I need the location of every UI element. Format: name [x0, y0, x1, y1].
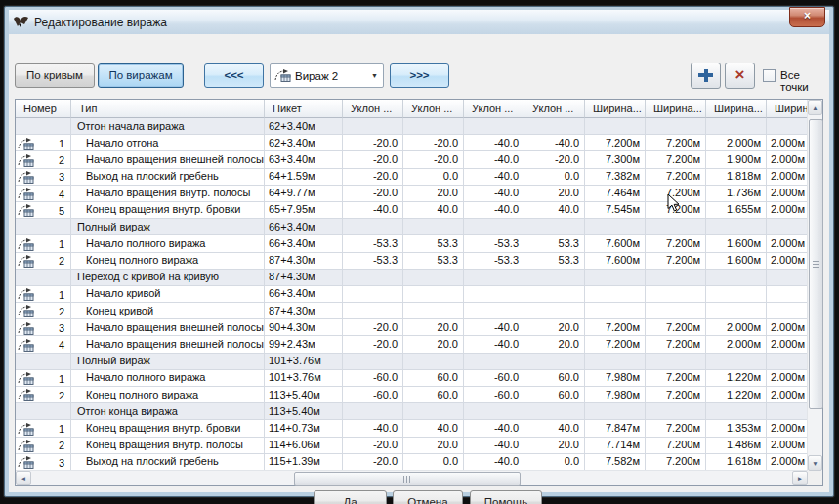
width-cell[interactable]: 1.818м	[706, 169, 767, 186]
slope-cell[interactable]: -40.0	[524, 135, 585, 151]
slope-cell[interactable]	[464, 286, 524, 303]
horizontal-scroll-thumb[interactable]	[294, 472, 521, 486]
slope-cell[interactable]: 40.0	[524, 202, 585, 219]
slope-cell[interactable]	[464, 354, 524, 370]
help-button[interactable]: Помощь	[470, 490, 542, 504]
scroll-up-icon[interactable]: ▲	[808, 100, 822, 115]
column-header[interactable]: Ширина...	[585, 100, 646, 118]
width-cell[interactable]: 1.220м	[706, 387, 767, 403]
table-row[interactable]: 1Начало полного виража101+3.76м-60.060.0…	[16, 370, 808, 387]
width-cell[interactable]	[767, 354, 808, 370]
width-cell[interactable]: 7.980м	[585, 370, 646, 387]
slope-cell[interactable]	[524, 303, 585, 319]
width-cell[interactable]: 2.000м	[767, 235, 808, 252]
slope-cell[interactable]	[343, 303, 403, 319]
width-cell[interactable]: 2.000м	[767, 370, 808, 387]
slope-cell[interactable]	[343, 270, 403, 286]
width-cell[interactable]	[706, 403, 767, 420]
by-superelevations-button[interactable]: По виражам	[98, 63, 184, 88]
width-cell[interactable]: 1.618м	[706, 454, 767, 471]
width-cell[interactable]: 7.200м	[646, 135, 706, 151]
slope-cell[interactable]	[343, 354, 403, 370]
width-cell[interactable]	[706, 354, 767, 370]
table-row[interactable]: 1Конец вращения внутр. бровки114+0.73м-4…	[16, 420, 808, 437]
width-cell[interactable]: 2.000м	[767, 387, 808, 403]
scroll-down-icon[interactable]: ▼	[808, 455, 822, 471]
picket-cell[interactable]: 87+4.30м	[265, 253, 343, 270]
vertical-scrollbar[interactable]: ▲ ▼	[807, 100, 822, 471]
picket-cell[interactable]: 87+4.30м	[265, 270, 343, 286]
picket-cell[interactable]: 65+7.95м	[265, 202, 343, 219]
width-cell[interactable]: 2.000м	[767, 336, 808, 353]
width-cell[interactable]: 7.200м	[585, 336, 646, 353]
scroll-right-icon[interactable]: ►	[792, 471, 808, 485]
width-cell[interactable]	[767, 118, 808, 135]
slope-cell[interactable]: 20.0	[524, 438, 585, 454]
width-cell[interactable]: 2.000м	[767, 151, 808, 168]
width-cell[interactable]	[585, 270, 646, 286]
width-cell[interactable]	[646, 403, 706, 420]
column-header[interactable]: Уклон ...	[403, 100, 464, 118]
slope-cell[interactable]	[464, 118, 524, 135]
slope-cell[interactable]: -53.3	[343, 235, 403, 252]
slope-cell[interactable]: 53.3	[403, 253, 464, 270]
slope-cell[interactable]	[524, 403, 585, 420]
width-cell[interactable]	[585, 303, 646, 319]
slope-cell[interactable]	[403, 219, 464, 235]
slope-cell[interactable]: -20.0	[343, 319, 403, 336]
slope-cell[interactable]: 0.0	[524, 454, 585, 471]
slope-cell[interactable]: 60.0	[403, 370, 464, 387]
width-cell[interactable]	[706, 303, 767, 319]
slope-cell[interactable]: -40.0	[464, 420, 524, 437]
column-header[interactable]: Пикет	[265, 100, 343, 118]
horizontal-scrollbar[interactable]: ◄ ►	[16, 470, 808, 485]
slope-cell[interactable]: 53.3	[524, 253, 585, 270]
slope-cell[interactable]: -40.0	[343, 420, 403, 437]
slope-cell[interactable]	[524, 286, 585, 303]
slope-cell[interactable]: -60.0	[343, 387, 403, 403]
width-cell[interactable]: 7.200м	[646, 420, 706, 437]
width-cell[interactable]: 7.545м	[585, 202, 646, 219]
slope-cell[interactable]: 20.0	[524, 186, 585, 202]
width-cell[interactable]: 7.200м	[646, 253, 706, 270]
slope-cell[interactable]: 60.0	[403, 387, 464, 403]
slope-cell[interactable]	[403, 118, 464, 135]
width-cell[interactable]: 2.000м	[767, 169, 808, 186]
width-cell[interactable]	[646, 303, 706, 319]
width-cell[interactable]: 7.600м	[585, 253, 646, 270]
slope-cell[interactable]: 20.0	[403, 319, 464, 336]
picket-cell[interactable]: 90+4.30м	[265, 319, 343, 336]
width-cell[interactable]: 7.200м	[646, 186, 706, 202]
slope-cell[interactable]	[343, 118, 403, 135]
width-cell[interactable]: 2.000м	[767, 186, 808, 202]
width-cell[interactable]: 1.600м	[706, 253, 767, 270]
slope-cell[interactable]: 53.3	[403, 235, 464, 252]
slope-cell[interactable]: -40.0	[464, 336, 524, 353]
column-header[interactable]: Уклон ...	[343, 100, 403, 118]
width-cell[interactable]: 7.200м	[646, 319, 706, 336]
table-row[interactable]: 3Начало вращения внешней полосы90+4.30м-…	[16, 319, 808, 336]
slope-cell[interactable]	[403, 286, 464, 303]
width-cell[interactable]: 7.600м	[585, 235, 646, 252]
picket-cell[interactable]: 113+5.40м	[265, 387, 343, 403]
group-row[interactable]: Полный вираж101+3.76м	[16, 354, 808, 370]
width-cell[interactable]: 1.220м	[706, 370, 767, 387]
width-cell[interactable]	[767, 270, 808, 286]
close-button[interactable]: ×	[789, 7, 825, 27]
slope-cell[interactable]	[464, 403, 524, 420]
slope-cell[interactable]: -20.0	[524, 151, 585, 168]
slope-cell[interactable]	[343, 219, 403, 235]
slope-cell[interactable]: 40.0	[524, 420, 585, 437]
width-cell[interactable]: 7.847м	[585, 420, 646, 437]
slope-cell[interactable]: -40.0	[464, 454, 524, 471]
width-cell[interactable]: 7.200м	[646, 151, 706, 168]
slope-cell[interactable]: 53.3	[524, 235, 585, 252]
width-cell[interactable]: 1.600м	[706, 235, 767, 252]
picket-cell[interactable]: 113+5.40м	[265, 403, 343, 420]
table-row[interactable]: 4Начало вращения внутр. полосы64+9.77м-2…	[16, 186, 808, 202]
width-cell[interactable]: 2.000м	[767, 420, 808, 437]
width-cell[interactable]	[646, 270, 706, 286]
slope-cell[interactable]: -20.0	[343, 135, 403, 151]
slope-cell[interactable]: -20.0	[343, 454, 403, 471]
slope-cell[interactable]: -20.0	[403, 135, 464, 151]
